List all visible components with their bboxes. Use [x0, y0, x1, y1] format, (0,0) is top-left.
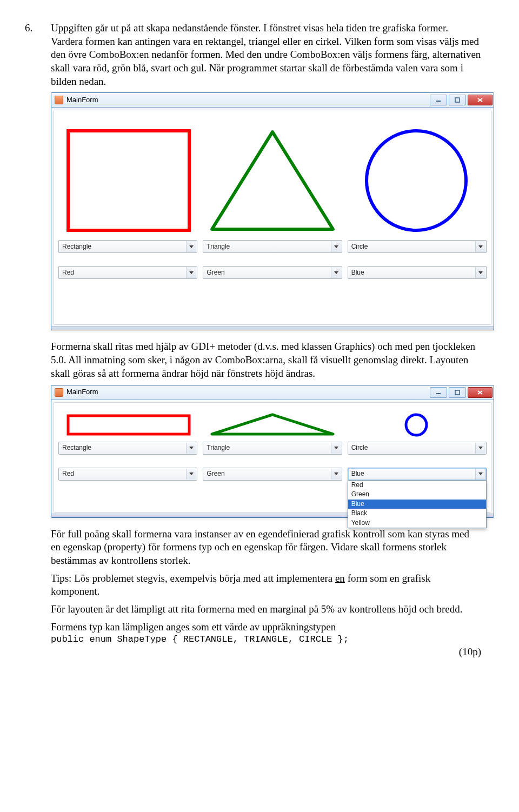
dropdown-option[interactable]: Yellow	[348, 518, 486, 528]
chevron-down-icon	[331, 443, 341, 454]
close-button[interactable]	[468, 387, 493, 398]
color-combo-2[interactable]: Green	[203, 266, 342, 279]
chevron-down-icon	[331, 267, 341, 278]
shape-circle	[347, 127, 485, 235]
shapes-row	[54, 110, 491, 238]
combo-value: Blue	[351, 470, 364, 478]
chevron-down-icon	[186, 241, 196, 252]
color-combo-1[interactable]: Red	[58, 468, 197, 481]
svg-rect-14	[455, 390, 460, 395]
svg-marker-9	[478, 245, 483, 248]
svg-rect-17	[68, 416, 189, 434]
maximize-button[interactable]	[449, 387, 466, 398]
svg-marker-8	[334, 245, 338, 248]
question-paragraph: 6.Uppgiften går ut på att skapa nedanstå…	[51, 22, 481, 88]
shape-combo-3[interactable]: Circle	[348, 240, 487, 253]
shape-triangle	[203, 127, 342, 235]
canvas-area: Rectangle Triangle Circle Red Green Blue…	[54, 402, 491, 513]
shape-combo-1[interactable]: Rectangle	[58, 240, 197, 253]
window-title: MainForm	[66, 388, 98, 397]
maximize-button[interactable]	[449, 95, 466, 105]
svg-marker-10	[189, 271, 194, 274]
chevron-down-icon	[186, 443, 196, 454]
minimize-icon	[436, 97, 441, 103]
dropdown-option[interactable]: Black	[348, 509, 486, 518]
shape-combo-2[interactable]: Triangle	[203, 442, 342, 455]
shape-combo-3[interactable]: Circle	[348, 442, 487, 455]
middle-paragraph: Formerna skall ritas med hjälp av GDI+ m…	[51, 340, 481, 380]
color-combo-3[interactable]: Blue Red Green Blue Black Yellow	[348, 468, 487, 481]
combo-value: Circle	[351, 444, 368, 452]
minimize-icon	[436, 390, 441, 395]
chevron-down-icon	[475, 241, 485, 252]
color-combo-3[interactable]: Blue	[348, 266, 487, 279]
canvas-area: Rectangle Triangle Circle Red Green Blue	[54, 110, 491, 325]
combo-value: Green	[207, 470, 224, 478]
svg-marker-12	[478, 271, 483, 274]
svg-marker-5	[212, 132, 333, 229]
dropdown-option[interactable]: Green	[348, 490, 486, 500]
titlebar: MainForm	[51, 385, 494, 400]
window-footer	[51, 326, 494, 330]
shape-rectangle	[59, 127, 198, 235]
combo-value: Green	[207, 269, 224, 277]
maximize-icon	[455, 97, 460, 103]
underlined: en	[335, 573, 345, 584]
combo-value: Blue	[351, 269, 364, 277]
end-paragraph-2: Tips: Lös problemet stegvis, exempelvis …	[51, 572, 481, 598]
chevron-down-icon	[186, 469, 196, 480]
svg-marker-7	[189, 245, 194, 248]
color-combo-row: Red Green Blue Red Green Blue Black Yell…	[54, 465, 491, 484]
dropdown-option-selected[interactable]: Blue	[348, 500, 486, 509]
intro-text: Uppgiften går ut på att skapa nedanståen…	[51, 22, 481, 87]
chevron-down-icon	[475, 267, 485, 278]
shape-combo-1[interactable]: Rectangle	[58, 442, 197, 455]
combo-value: Rectangle	[62, 444, 91, 452]
shapes-row	[54, 403, 491, 440]
app-icon	[55, 388, 63, 397]
svg-marker-11	[334, 271, 338, 274]
window-title: MainForm	[66, 96, 98, 105]
maximize-icon	[455, 390, 460, 395]
svg-marker-20	[189, 447, 194, 449]
close-icon	[477, 97, 483, 103]
combo-value: Triangle	[207, 444, 230, 452]
text: Tips: Lös problemet stegvis, exempelvis …	[51, 573, 335, 584]
dropdown-option[interactable]: Red	[348, 481, 486, 490]
minimize-button[interactable]	[430, 387, 447, 398]
color-combo-2[interactable]: Green	[203, 468, 342, 481]
close-icon	[477, 390, 483, 395]
close-button[interactable]	[468, 95, 493, 105]
code-line: public enum ShapeType { RECTANGLE, TRIAN…	[51, 634, 481, 645]
chevron-down-icon	[331, 241, 341, 252]
svg-point-19	[406, 415, 427, 435]
color-combo-row: Red Green Blue	[54, 264, 491, 282]
combo-value: Triangle	[207, 243, 230, 251]
svg-marker-18	[212, 415, 333, 434]
shape-combo-row: Rectangle Triangle Circle	[54, 238, 491, 256]
svg-marker-21	[334, 447, 338, 449]
color-dropdown[interactable]: Red Green Blue Black Yellow	[348, 480, 487, 529]
screenshot-window-1: MainForm	[51, 92, 494, 330]
question-number: 6.	[38, 22, 51, 35]
end-paragraph-3: För layouten är det lämpligt att rita fo…	[51, 603, 481, 616]
shape-triangle	[203, 411, 342, 438]
end-paragraph-1: För full poäng skall formerna vara insta…	[51, 528, 481, 568]
minimize-button[interactable]	[430, 95, 447, 105]
svg-point-6	[367, 131, 466, 230]
shape-combo-2[interactable]: Triangle	[203, 240, 342, 253]
shape-combo-row: Rectangle Triangle Circle	[54, 440, 491, 458]
chevron-down-icon	[186, 267, 196, 278]
color-combo-1[interactable]: Red	[58, 266, 197, 279]
combo-value: Red	[62, 269, 74, 277]
app-icon	[55, 96, 63, 104]
shape-circle	[347, 411, 485, 438]
svg-rect-1	[455, 98, 460, 102]
combo-value: Red	[62, 470, 74, 478]
chevron-down-icon	[475, 443, 485, 454]
screenshot-window-2: MainForm Rectangle Triangle Ci	[51, 385, 494, 518]
end-paragraph-4: Formens typ kan lämpligen anges som ett …	[51, 621, 481, 634]
chevron-down-icon	[331, 469, 341, 480]
svg-marker-23	[189, 472, 194, 475]
svg-marker-24	[334, 472, 338, 475]
